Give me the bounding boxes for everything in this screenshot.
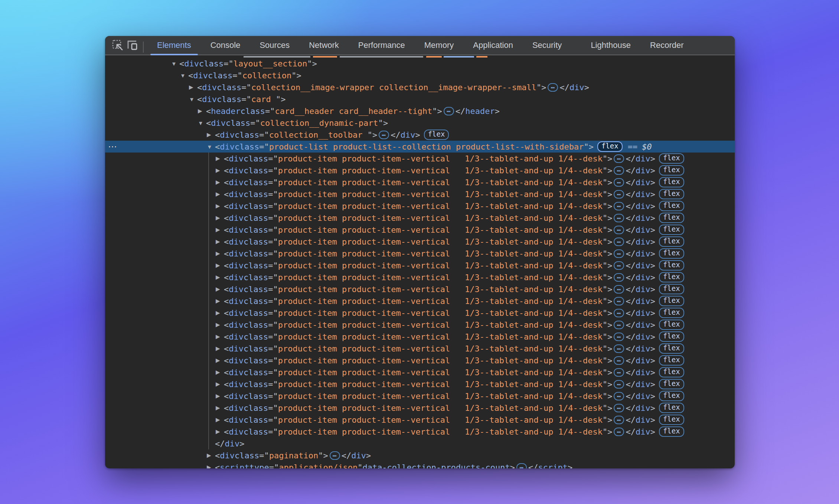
flex-badge[interactable]: flex (659, 236, 684, 247)
tree-row-product-item[interactable]: ▶<div class="product-item product-item--… (105, 390, 735, 402)
flex-badge[interactable]: flex (659, 379, 684, 389)
inline-expand-icon[interactable]: … (614, 428, 624, 436)
inline-expand-icon[interactable]: … (614, 226, 624, 234)
flex-badge[interactable]: flex (659, 225, 684, 235)
tree-row-product-item[interactable]: ▶<div class="product-item product-item--… (105, 295, 735, 307)
tree-row-collection-dynamic-part[interactable]: ▼<div class="collection__dynamic-part"> (105, 117, 735, 129)
tree-row-product-item[interactable]: ▶<div class="product-item product-item--… (105, 176, 735, 188)
flex-badge[interactable]: flex (659, 201, 684, 211)
tree-row-collection-image-wrapper[interactable]: ▶<div class="collection__image-wrapper c… (105, 81, 735, 93)
flex-badge[interactable]: flex (659, 426, 684, 437)
tab-memory[interactable]: Memory (415, 36, 463, 55)
tab-performance[interactable]: Performance (349, 36, 415, 55)
tab-sources[interactable]: Sources (250, 36, 299, 55)
tree-row-product-list[interactable]: ⋯▼<div class="product-list product-list-… (105, 141, 735, 153)
flex-badge[interactable]: flex (424, 130, 449, 140)
inline-expand-icon[interactable]: … (614, 190, 624, 199)
tree-row-product-item[interactable]: ▶<div class="product-item product-item--… (105, 354, 735, 366)
inline-expand-icon[interactable]: … (614, 249, 624, 258)
inline-expand-icon[interactable]: … (614, 214, 624, 222)
tree-row-product-item[interactable]: ▶<div class="product-item product-item--… (105, 331, 735, 343)
flex-badge[interactable]: flex (659, 272, 684, 282)
inline-expand-icon[interactable]: … (330, 451, 340, 460)
inline-expand-icon[interactable]: … (516, 463, 527, 469)
flex-badge[interactable]: flex (659, 355, 684, 366)
tab-console[interactable]: Console (201, 36, 250, 55)
tab-elements[interactable]: Elements (147, 36, 201, 55)
inline-expand-icon[interactable]: … (614, 368, 624, 377)
inline-expand-icon[interactable]: … (614, 344, 624, 353)
inspect-icon[interactable] (110, 38, 125, 53)
tree-row-product-item[interactable]: ▶<div class="product-item product-item--… (105, 426, 735, 438)
inline-expand-icon[interactable]: … (614, 261, 624, 270)
flex-badge[interactable]: flex (659, 213, 684, 223)
flex-badge[interactable]: flex (659, 343, 684, 354)
tree-row-product-item[interactable]: ▶<div class="product-item product-item--… (105, 402, 735, 414)
inline-expand-icon[interactable]: … (548, 83, 558, 92)
tree-row-card[interactable]: ▼<div class="card "> (105, 93, 735, 105)
inline-expand-icon[interactable]: … (614, 309, 624, 317)
flex-badge[interactable]: flex (659, 331, 684, 342)
flex-badge[interactable]: flex (659, 296, 684, 306)
flex-badge[interactable]: flex (597, 141, 623, 152)
flex-badge[interactable]: flex (659, 403, 684, 413)
tab-recorder[interactable]: Recorder (640, 36, 693, 55)
tree-row-product-list-closing-tag[interactable]: </div> (105, 438, 735, 449)
tree-row-product-item[interactable]: ▶<div class="product-item product-item--… (105, 319, 735, 331)
inline-expand-icon[interactable]: … (614, 154, 624, 163)
inline-expand-icon[interactable]: … (614, 380, 624, 389)
inline-expand-icon[interactable]: … (614, 285, 624, 294)
tree-row-collection[interactable]: ▼<div class="collection"> (105, 69, 735, 81)
tree-row-product-item[interactable]: ▶<div class="product-item product-item--… (105, 164, 735, 176)
inline-expand-icon[interactable]: … (614, 392, 624, 400)
inline-expand-icon[interactable]: … (614, 202, 624, 210)
tree-row-layout-section[interactable]: ▼<div class="layout__section"> (105, 58, 735, 69)
inline-expand-icon[interactable]: … (614, 404, 624, 412)
tab-application[interactable]: Application (463, 36, 523, 55)
inline-expand-icon[interactable]: … (614, 166, 624, 175)
tree-row-card-header[interactable]: ▶<header class="card__header card__heade… (105, 105, 735, 117)
inline-expand-icon[interactable]: … (614, 321, 624, 329)
tree-row-product-item[interactable]: ▶<div class="product-item product-item--… (105, 236, 735, 248)
flex-badge[interactable]: flex (659, 165, 684, 176)
device-toolbar-icon[interactable] (125, 38, 140, 53)
flex-badge[interactable]: flex (659, 177, 684, 187)
tree-row-product-item[interactable]: ▶<div class="product-item product-item--… (105, 283, 735, 295)
flex-badge[interactable]: flex (659, 367, 684, 377)
inline-expand-icon[interactable]: … (614, 416, 624, 424)
inline-expand-icon[interactable]: … (614, 238, 624, 246)
tree-row-pagination[interactable]: ▶<div class="pagination">…</div> (105, 449, 735, 461)
tree-row-product-item[interactable]: ▶<div class="product-item product-item--… (105, 343, 735, 354)
tree-row-product-item[interactable]: ▶<div class="product-item product-item--… (105, 200, 735, 212)
flex-badge[interactable]: flex (659, 320, 684, 330)
tree-row-product-item[interactable]: ▶<div class="product-item product-item--… (105, 414, 735, 426)
tree-row-product-item[interactable]: ▶<div class="product-item product-item--… (105, 366, 735, 378)
flex-badge[interactable]: flex (659, 248, 684, 259)
flex-badge[interactable]: flex (659, 308, 684, 318)
tree-row-product-item[interactable]: ▶<div class="product-item product-item--… (105, 259, 735, 271)
flex-badge[interactable]: flex (659, 284, 684, 294)
inline-expand-icon[interactable]: … (614, 333, 624, 341)
flex-badge[interactable]: flex (659, 260, 684, 271)
flex-badge[interactable]: flex (659, 415, 684, 425)
flex-badge[interactable]: flex (659, 391, 684, 401)
tab-network[interactable]: Network (299, 36, 349, 55)
tab-lighthouse[interactable]: Lighthouse (581, 36, 640, 55)
tab-security[interactable]: Security (523, 36, 571, 55)
tree-row-collection-products-count-script[interactable]: ▶<script type="application/json" data-co… (105, 461, 735, 468)
inline-expand-icon[interactable]: … (444, 107, 454, 115)
inline-expand-icon[interactable]: … (614, 297, 624, 305)
flex-badge[interactable]: flex (659, 189, 684, 199)
inline-expand-icon[interactable]: … (614, 356, 624, 365)
tree-row-product-item[interactable]: ▶<div class="product-item product-item--… (105, 378, 735, 390)
tree-row-product-item[interactable]: ▶<div class="product-item product-item--… (105, 271, 735, 283)
tree-row-product-item[interactable]: ▶<div class="product-item product-item--… (105, 224, 735, 236)
tree-row-product-item[interactable]: ▶<div class="product-item product-item--… (105, 307, 735, 319)
tree-row-product-item[interactable]: ▶<div class="product-item product-item--… (105, 153, 735, 164)
flex-badge[interactable]: flex (659, 153, 684, 164)
tree-row-product-item[interactable]: ▶<div class="product-item product-item--… (105, 188, 735, 200)
tree-row-product-item[interactable]: ▶<div class="product-item product-item--… (105, 212, 735, 224)
inline-expand-icon[interactable]: … (614, 273, 624, 282)
tree-row-product-item[interactable]: ▶<div class="product-item product-item--… (105, 248, 735, 259)
inline-expand-icon[interactable]: … (379, 131, 389, 139)
